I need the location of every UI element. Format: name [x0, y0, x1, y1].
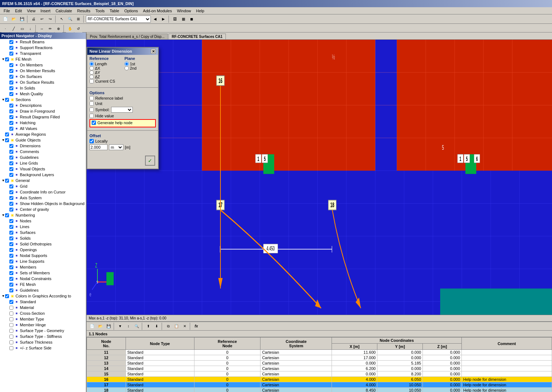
render-btn[interactable]: 🖼: [171, 15, 179, 23]
menu-table[interactable]: Table: [108, 8, 121, 14]
tree-item-26[interactable]: ■Coordinate Info on Cursor: [0, 189, 86, 195]
cell-r0-c6[interactable]: 0.000: [423, 350, 462, 355]
cell-r0-c1[interactable]: Standard: [126, 350, 194, 355]
cell-r0-c0[interactable]: 11: [87, 350, 126, 355]
zoom-all[interactable]: ⊞: [74, 15, 82, 23]
tree-item-1[interactable]: ■Support Reactions: [0, 45, 86, 51]
tree-item-0[interactable]: ■Result Beams: [0, 39, 86, 45]
table-row[interactable]: 11Standard0Cartesian11.6000.0000.000: [87, 350, 552, 355]
radio-dz[interactable]: ΔZ: [89, 75, 121, 79]
cell-r4-c7[interactable]: [462, 371, 552, 377]
cell-r4-c5[interactable]: 8.200: [377, 371, 423, 377]
cell-r2-c5[interactable]: 5.185: [377, 361, 423, 366]
tree-check-7[interactable]: [9, 80, 13, 84]
tree-check-3[interactable]: [5, 57, 9, 61]
tree-item-23[interactable]: ■Background Layers: [0, 172, 86, 178]
tree-item-3[interactable]: ▼▣FE Mesh: [0, 56, 86, 62]
cell-r5-c3[interactable]: Cartesian: [260, 377, 332, 382]
cell-r5-c2[interactable]: 0: [194, 377, 260, 382]
tree-check-12[interactable]: [9, 109, 13, 113]
unit-row[interactable]: Unit: [89, 101, 156, 106]
cell-r3-c6[interactable]: 0.000: [423, 366, 462, 371]
tree-check-45[interactable]: [9, 300, 13, 304]
node-btn[interactable]: ·: [1, 25, 9, 32]
cell-r3-c5[interactable]: 0.000: [377, 366, 423, 371]
cell-r6-c0[interactable]: 17: [87, 382, 126, 388]
menu-calculate[interactable]: Calculate: [53, 8, 74, 14]
tree-item-25[interactable]: ■Grid: [0, 183, 86, 189]
tree-item-46[interactable]: ■Material: [0, 305, 86, 310]
dimension-dialog[interactable]: New Linear Dimension ✕ Reference Length: [87, 47, 159, 169]
tree-item-52[interactable]: ■Surface Thickness: [0, 339, 86, 345]
tree-check-38[interactable]: [9, 260, 13, 263]
cell-r4-c6[interactable]: 0.000: [423, 371, 462, 377]
menu-edit[interactable]: Edit: [13, 8, 24, 14]
cell-r3-c3[interactable]: Cartesian: [260, 366, 332, 371]
table-row[interactable]: 17Standard0Cartesian4.00010.0500.000Help…: [87, 382, 552, 388]
fx-btn[interactable]: fx: [192, 322, 200, 330]
next-case[interactable]: ▶: [159, 15, 167, 23]
tree-check-32[interactable]: [9, 225, 13, 229]
cell-r4-c0[interactable]: 15: [87, 371, 126, 377]
cell-r1-c7[interactable]: [462, 355, 552, 361]
tree-item-47[interactable]: ■Cross-Section: [0, 310, 86, 316]
tree-check-5[interactable]: [9, 69, 13, 73]
generate-help-node-row[interactable]: Generate help node: [89, 119, 156, 127]
tree-item-39[interactable]: ■Members: [0, 264, 86, 270]
tree-arrow-30[interactable]: ▼: [1, 213, 5, 217]
save-btn[interactable]: 💾: [18, 15, 26, 23]
radio-dx[interactable]: ΔX: [89, 66, 121, 70]
table-copy[interactable]: ⧉: [164, 322, 172, 330]
offset-value-row[interactable]: m [m]: [89, 144, 156, 150]
ok-button[interactable]: ✓: [145, 156, 155, 166]
tree-check-39[interactable]: [9, 265, 13, 269]
tree-container[interactable]: ■Result Beams■Support Reactions■Transpar…: [0, 39, 86, 392]
tree-arrow-17[interactable]: ▼: [1, 138, 5, 142]
cell-r5-c6[interactable]: 0.000: [423, 377, 462, 382]
cell-r6-c2[interactable]: 0: [194, 382, 260, 388]
tree-item-49[interactable]: ■Member Hinge: [0, 322, 86, 328]
tab-rf-concrete[interactable]: RF-CONCRETE Surfaces CA1: [168, 34, 226, 39]
tree-item-9[interactable]: ■Mesh Quality: [0, 91, 86, 97]
table-row[interactable]: 14Standard0Cartesian6.2000.0000.000: [87, 366, 552, 371]
tree-item-19[interactable]: ■Comments: [0, 149, 86, 154]
tree-item-53[interactable]: ■+/- z Surface Side: [0, 345, 86, 351]
cell-r2-c7[interactable]: [462, 361, 552, 366]
menu-window[interactable]: Window: [175, 8, 193, 14]
tree-check-34[interactable]: [9, 236, 13, 240]
tree-check-24[interactable]: [5, 179, 9, 183]
menu-addons[interactable]: Add-on Modules: [141, 8, 174, 14]
radio-1st[interactable]: 1st: [124, 62, 156, 66]
line-btn[interactable]: ╱: [10, 25, 18, 32]
tree-item-33[interactable]: ■Surfaces: [0, 230, 86, 235]
cell-r3-c1[interactable]: Standard: [126, 366, 194, 371]
cell-r7-c2[interactable]: 0: [194, 388, 260, 392]
menu-view[interactable]: View: [25, 8, 38, 14]
new-btn[interactable]: 📄: [1, 15, 9, 23]
tree-item-20[interactable]: ■Guidelines: [0, 154, 86, 160]
tree-check-50[interactable]: [9, 329, 13, 333]
cell-r1-c2[interactable]: 0: [194, 355, 260, 361]
tree-item-51[interactable]: ■Surface Type - Stiffness: [0, 334, 86, 339]
tree-check-16[interactable]: [5, 132, 9, 136]
tree-item-30[interactable]: ▼▣Numbering: [0, 212, 86, 218]
cell-r7-c1[interactable]: Standard: [126, 388, 194, 392]
tree-item-31[interactable]: ■Nodes: [0, 218, 86, 224]
cell-r5-c4[interactable]: 4.000: [332, 377, 377, 382]
table-save[interactable]: 💾: [105, 322, 113, 330]
tree-item-16[interactable]: ■Average Regions: [0, 131, 86, 137]
cell-r6-c5[interactable]: 10.050: [377, 382, 423, 388]
tree-item-40[interactable]: ■Sets of Members: [0, 270, 86, 276]
tree-item-29[interactable]: ■Center of gravity: [0, 206, 86, 212]
tree-check-29[interactable]: [9, 208, 13, 212]
print-btn[interactable]: 🖨: [30, 15, 38, 23]
table-open[interactable]: 📂: [96, 322, 104, 330]
tree-item-14[interactable]: ■Hatching: [0, 120, 86, 126]
tree-item-32[interactable]: ■Lines: [0, 224, 86, 230]
gen-help-node-check[interactable]: [92, 121, 96, 125]
cell-r5-c0[interactable]: 16: [87, 377, 126, 382]
cell-r2-c0[interactable]: 13: [87, 361, 126, 366]
tree-check-36[interactable]: [9, 248, 13, 252]
tree-item-34[interactable]: ■Solids: [0, 235, 86, 241]
cell-r1-c3[interactable]: Cartesian: [260, 355, 332, 361]
